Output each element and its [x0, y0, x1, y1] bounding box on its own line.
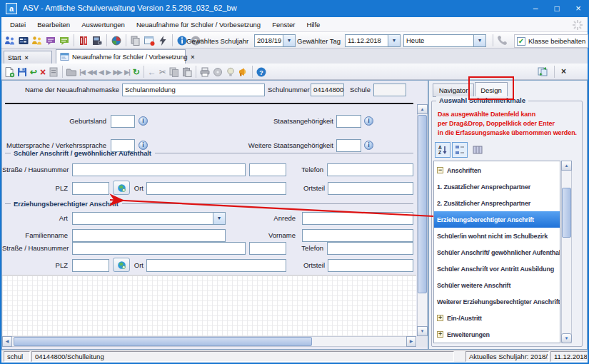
list-item[interactable]: 2. Zusätzlicher Ansprechpartner: [434, 195, 560, 211]
tab-close-icon[interactable]: ×: [191, 54, 194, 61]
document-gray-icon[interactable]: [48, 66, 59, 78]
list-item[interactable]: +Erweiterungen: [434, 326, 560, 343]
minimize-button[interactable]: –: [525, 0, 546, 17]
red-book-icon[interactable]: [78, 35, 89, 46]
menu-bearbeiten[interactable]: Bearbeiten: [31, 19, 76, 31]
globe-icon[interactable]: [111, 35, 122, 46]
menu-neuaufnahme[interactable]: Neuaufnahme für Schüler / Vorbesetzung: [131, 19, 266, 31]
staatsangehoerigkeit-field[interactable]: [336, 115, 361, 128]
plz-lookup-button[interactable]: [113, 181, 130, 195]
nav-prev-fast-icon[interactable]: ◀◀: [87, 66, 97, 78]
phone-icon[interactable]: [496, 34, 508, 46]
geburtsland-field[interactable]: [111, 115, 135, 128]
telefon-field[interactable]: [327, 163, 413, 176]
copy-icon[interactable]: [168, 66, 180, 78]
photo-report-icon[interactable]: [91, 35, 103, 46]
plz2-lookup-button[interactable]: [113, 258, 130, 272]
vorname-field[interactable]: [302, 229, 413, 242]
scroll-right-icon[interactable]: ▶: [406, 336, 416, 347]
nav-next-fast-icon[interactable]: ▶▶: [112, 66, 122, 78]
maximize-button[interactable]: □: [546, 0, 568, 17]
window-badge-icon[interactable]: [144, 35, 155, 46]
familienname-field[interactable]: [72, 229, 226, 242]
scroll-down-icon[interactable]: ▼: [417, 326, 428, 336]
tab-design[interactable]: Design: [475, 82, 508, 98]
schoolyear-combobox[interactable]: 2018/19 ▾: [254, 34, 296, 47]
list-item[interactable]: Schüler Anschrift vor Antritt Ausbildung: [434, 261, 560, 277]
refresh-icon[interactable]: ↻: [132, 66, 141, 78]
mask-name-field[interactable]: Schulanmeldung: [122, 84, 265, 96]
list-item[interactable]: Schüler Anschrift/ gewöhnlicher Aufentha…: [434, 244, 560, 261]
tab-navigator[interactable]: Navigator: [433, 84, 474, 97]
list-scroll-thumb[interactable]: [562, 188, 571, 238]
expand-icon[interactable]: +: [437, 331, 443, 338]
menu-fenster[interactable]: Fenster: [266, 19, 301, 31]
plz2-field[interactable]: [72, 259, 109, 272]
info-icon[interactable]: i: [139, 116, 148, 126]
folder-icon[interactable]: [66, 66, 77, 78]
day-combobox[interactable]: 11.12.2018 ▾: [345, 34, 401, 47]
delete-icon[interactable]: ×: [39, 66, 46, 78]
lightbulb-icon[interactable]: [225, 66, 236, 78]
chat-purple-icon[interactable]: [45, 35, 56, 46]
panel-close-icon[interactable]: ×: [561, 66, 566, 77]
nav-next-icon[interactable]: ▶: [105, 66, 111, 78]
list-item[interactable]: Weiterer Erziehungsberechtigter Anschrif…: [434, 293, 560, 310]
scroll-down-icon[interactable]: ▼: [561, 333, 572, 343]
cut-icon[interactable]: ✂: [158, 66, 167, 78]
ortsteil-field[interactable]: [328, 182, 413, 195]
list-item[interactable]: +Ein-/Austritt: [434, 310, 560, 326]
ort-field[interactable]: [146, 182, 286, 195]
expand-icon[interactable]: +: [437, 315, 443, 321]
list-item[interactable]: Schüler weitere Anschrift: [434, 277, 560, 293]
plz-field[interactable]: [72, 182, 109, 195]
menu-auswertungen[interactable]: Auswertungen: [76, 19, 131, 31]
schulnummer-field[interactable]: 04144800: [311, 84, 344, 96]
strasse-field[interactable]: [72, 163, 246, 176]
art-combobox[interactable]: ▾: [72, 212, 226, 225]
hausnummer-field[interactable]: [249, 163, 286, 176]
students-yellow-icon[interactable]: [31, 35, 43, 46]
chat-green-icon[interactable]: [59, 35, 70, 46]
ort2-field[interactable]: [146, 259, 286, 272]
menu-datei[interactable]: Datei: [4, 19, 31, 31]
nav-first-icon[interactable]: |◀: [79, 66, 85, 78]
lightning-icon[interactable]: [157, 35, 168, 46]
telefon2-field[interactable]: [327, 242, 413, 255]
tab-start[interactable]: Start ×: [4, 51, 52, 64]
chevron-down-icon[interactable]: ▾: [213, 213, 225, 224]
design-grid[interactable]: [2, 275, 416, 337]
sync-panel-icon[interactable]: [537, 66, 548, 77]
nav-prev-icon[interactable]: ◀: [99, 66, 104, 78]
form-vscroll-thumb[interactable]: [418, 115, 427, 293]
undo-icon[interactable]: ↩: [29, 66, 38, 78]
megaphone-icon[interactable]: [238, 66, 249, 78]
chevron-down-icon[interactable]: ▾: [283, 35, 295, 46]
paste-icon[interactable]: [181, 66, 193, 78]
strasse2-field[interactable]: [72, 242, 246, 255]
help-icon[interactable]: ?: [256, 66, 267, 78]
list-item[interactable]: 1. Zusätzlicher Ansprechpartner: [434, 178, 560, 195]
back-arrow-icon[interactable]: ←: [147, 66, 157, 78]
menu-hilfe[interactable]: Hilfe: [301, 19, 326, 31]
ortsteil2-field[interactable]: [328, 259, 413, 272]
list-item-selected[interactable]: Erziehungsberechtigter Anschrift: [434, 211, 560, 228]
scroll-up-icon[interactable]: ▲: [561, 161, 572, 171]
list-item[interactable]: Schüler/in wohnt nicht im Schulbezirk: [434, 228, 560, 244]
anrede-field[interactable]: [302, 212, 413, 225]
students-blue-icon[interactable]: [4, 35, 16, 46]
disc-icon[interactable]: [212, 66, 223, 78]
scroll-left-icon[interactable]: ◀: [2, 336, 12, 347]
nav-last-icon[interactable]: ▶|: [124, 66, 130, 78]
form-hscroll-thumb[interactable]: [14, 337, 312, 346]
pages-gray-icon[interactable]: [130, 35, 141, 46]
group-view-button[interactable]: [452, 142, 468, 158]
list-item[interactable]: −Anschriften: [434, 162, 560, 178]
hausnummer2-field[interactable]: [249, 242, 286, 255]
collapse-icon[interactable]: −: [437, 167, 443, 173]
schule-field[interactable]: [373, 84, 406, 96]
chevron-down-icon[interactable]: ▾: [473, 35, 485, 46]
print-icon[interactable]: [199, 66, 211, 78]
keep-class-checkbox[interactable]: ✓: [517, 37, 525, 46]
tab-neuaufnahme[interactable]: Neuaufnahme für Schüler / Vorbesetzung ×: [56, 49, 186, 64]
